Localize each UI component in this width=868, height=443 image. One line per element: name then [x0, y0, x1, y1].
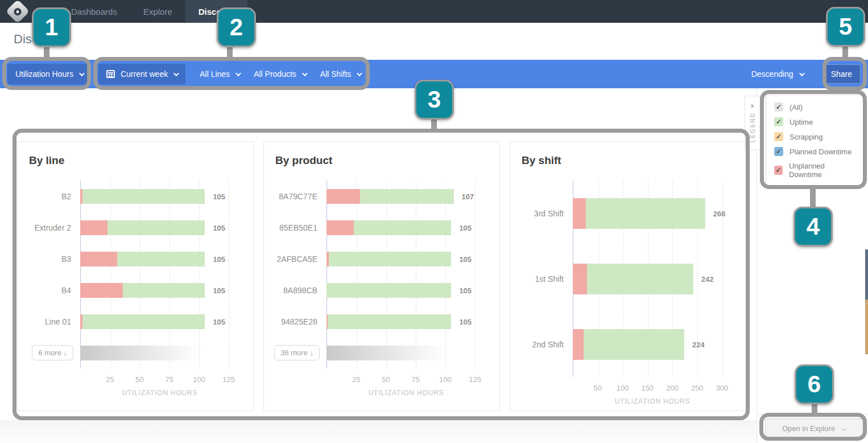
- chart-axis-ticks: 50100150200250300: [573, 380, 732, 395]
- bar-segment-uptime: [82, 189, 205, 204]
- bar-segment-unplanned-downtime: [80, 220, 108, 235]
- axis-tick-label: 100: [439, 375, 452, 384]
- chart-title: By shift: [522, 154, 738, 167]
- open-in-explore-label: Open in Explore: [782, 424, 835, 433]
- bar-track: 107: [326, 181, 486, 212]
- filter-dropdown-products[interactable]: All Products: [254, 69, 306, 79]
- sidebar-divider: [757, 414, 868, 415]
- bar-category-label: 3rd Shift: [518, 209, 573, 218]
- axis-tick-label: 25: [106, 375, 114, 384]
- filter-products-label: All Products: [254, 69, 296, 79]
- show-more-button[interactable]: 36 more ↓: [274, 345, 320, 360]
- stacked-bar: [573, 198, 732, 229]
- chart-bar-row: 8A79C77E107: [272, 181, 491, 212]
- legend-item-uptime[interactable]: ✓Uptime: [774, 117, 855, 126]
- bar-segment-uptime: [354, 220, 451, 235]
- nav-item-dashboards[interactable]: Dashboards: [58, 0, 130, 23]
- bar-segment-uptime: [329, 252, 451, 266]
- axis-tick-label: 100: [193, 375, 205, 384]
- legend-item-all[interactable]: ✓(All): [774, 102, 855, 112]
- bar-track: 105: [80, 243, 239, 274]
- bar-category-label: Line 01: [26, 317, 80, 326]
- legend-item-planned-downtime[interactable]: ✓Planned Downtime: [774, 147, 855, 156]
- chart-more-row: 36 more ↓: [272, 337, 491, 368]
- axis-tick-label: 50: [382, 375, 390, 384]
- bar-segment-uptime: [360, 189, 454, 204]
- filter-dropdown-lines[interactable]: All Lines: [200, 69, 239, 79]
- bar-category-label: B2: [26, 192, 80, 201]
- chart-bar-row: B3105: [26, 243, 245, 274]
- top-nav-bar: DashboardsExploreDiscover: [0, 0, 868, 23]
- filter-dropdown-shifts[interactable]: All Shifts: [320, 69, 361, 79]
- collapse-arrow-icon: [751, 104, 754, 108]
- legend-checkbox-icon[interactable]: ✓: [774, 102, 783, 112]
- nav-item-discover[interactable]: Discover: [185, 0, 247, 23]
- nav-item-explore[interactable]: Explore: [130, 0, 185, 23]
- legend-item-unplanned-downtime[interactable]: ✓Unplanned Downtime: [774, 162, 855, 179]
- chart-bar-row: B4105: [26, 274, 245, 306]
- chart-bar-row: 1st Shift242: [518, 246, 738, 311]
- bar-category-label: B3: [26, 255, 80, 264]
- bar-segment-uptime: [108, 220, 205, 235]
- bar-track: 105: [326, 212, 486, 243]
- bar-category-label: 94825E28: [272, 317, 326, 326]
- legend-panel: ✓(All)✓Uptime✓Scrapping✓Planned Downtime…: [766, 95, 863, 187]
- nav-items: DashboardsExploreDiscover: [58, 0, 247, 23]
- bar-value-label: 105: [213, 255, 225, 263]
- legend-checkbox-icon[interactable]: ✓: [774, 166, 783, 175]
- bar-value-label: 266: [713, 209, 726, 218]
- bar-segment-unplanned-downtime: [573, 329, 584, 360]
- bar-segment-unplanned-downtime: [573, 198, 586, 229]
- legend-item-label: Unplanned Downtime: [789, 162, 855, 179]
- date-range-button[interactable]: Current week: [98, 64, 185, 84]
- chart-axis-ticks: 255075100125: [80, 372, 239, 387]
- bar-category-label: 2AFBCA5E: [272, 255, 326, 264]
- chart-plot-area: B2105Extruder 2105B3105B4105Line 011056 …: [26, 181, 245, 368]
- bar-value-label: 105: [213, 192, 225, 200]
- bar-segment-uptime: [586, 198, 705, 229]
- callout-stem-1: [44, 46, 49, 58]
- chart-title: By line: [29, 154, 245, 167]
- axis-tick-label: 200: [666, 384, 679, 392]
- legend-tab-label: LEGEND: [750, 112, 756, 142]
- page-title: Discover: [14, 32, 63, 47]
- bar-value-label: 105: [459, 317, 472, 326]
- app-logo-icon[interactable]: [6, 0, 30, 23]
- legend-checkbox-icon[interactable]: ✓: [774, 147, 783, 156]
- chart-bar-row: B2105: [26, 181, 245, 212]
- chart-card-by-line: By lineB2105Extruder 2105B3105B4105Line …: [17, 141, 254, 411]
- bar-track: 105: [80, 212, 239, 243]
- chart-title: By product: [275, 154, 491, 167]
- bar-value-label: 105: [459, 255, 472, 263]
- bar-category-label: 8A898CB: [272, 286, 326, 295]
- bar-track: 105: [326, 306, 486, 337]
- axis-tick-label: 100: [617, 384, 629, 392]
- more-button-cell: 6 more ↓: [26, 345, 80, 360]
- legend-item-label: Uptime: [790, 118, 813, 126]
- bar-track: 105: [326, 274, 486, 306]
- chart-bar-row: 2nd Shift224: [518, 311, 738, 377]
- sort-order-dropdown[interactable]: Descending: [751, 69, 803, 79]
- bar-value-label: 107: [462, 192, 474, 200]
- show-more-button[interactable]: 6 more ↓: [32, 345, 73, 360]
- bar-segment-uptime: [587, 264, 693, 294]
- legend-checkbox-icon[interactable]: ✓: [774, 117, 783, 126]
- legend-collapse-tab[interactable]: LEGEND: [745, 96, 760, 150]
- axis-tick-label: 125: [222, 375, 235, 384]
- chart-card-by-shift: By shift3rd Shift2661st Shift2422nd Shif…: [510, 141, 746, 411]
- chevron-down-icon: [799, 71, 805, 76]
- bar-value-label: 105: [213, 317, 225, 326]
- open-in-explore-button[interactable]: Open in Explore →: [765, 419, 864, 438]
- metric-selector-button[interactable]: Utilization Hours: [7, 64, 91, 84]
- more-bar-track: [80, 337, 239, 368]
- more-button-cell: 36 more ↓: [272, 345, 326, 360]
- share-button[interactable]: Share: [822, 64, 861, 84]
- bar-segment-unplanned-downtime: [573, 264, 587, 294]
- chart-bar-row: 8A898CB105: [272, 274, 491, 306]
- legend-item-scrapping[interactable]: ✓Scrapping: [774, 132, 855, 141]
- axis-tick-label: 75: [165, 375, 173, 384]
- bar-segment-uptime: [117, 252, 205, 266]
- bar-segment-uptime: [328, 314, 451, 329]
- callout-stem-5: [842, 45, 848, 58]
- legend-checkbox-icon[interactable]: ✓: [774, 132, 783, 141]
